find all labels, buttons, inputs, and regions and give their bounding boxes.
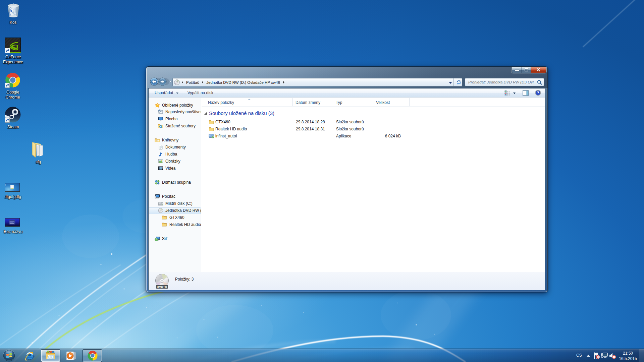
svg-text:DVD+R: DVD+R <box>157 285 167 289</box>
